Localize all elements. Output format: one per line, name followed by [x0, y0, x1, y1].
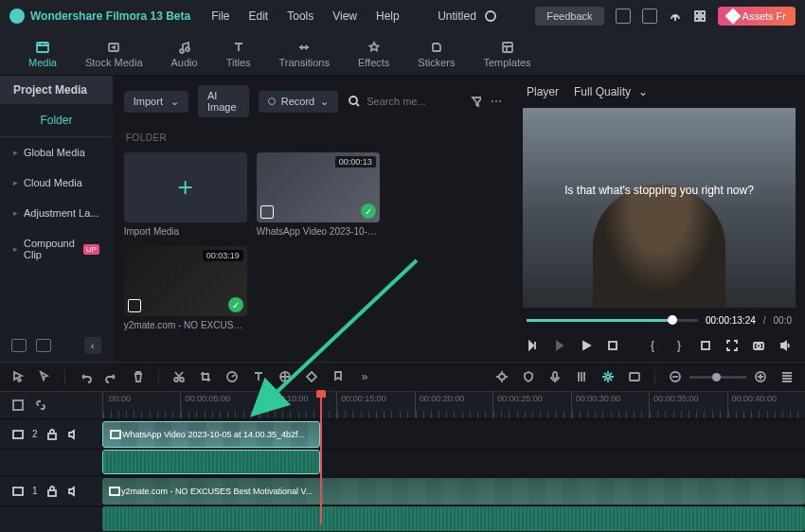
tab-transitions[interactable]: Transitions: [279, 40, 330, 68]
zoom-in-icon[interactable]: [754, 370, 767, 383]
fullscreen-icon[interactable]: [725, 339, 739, 352]
cloud-upload-icon[interactable]: [669, 9, 682, 23]
mute-icon[interactable]: [66, 485, 80, 498]
import-dropdown[interactable]: Import⌄: [124, 91, 188, 113]
undo-icon[interactable]: [79, 370, 92, 383]
preview-viewport[interactable]: Is that what's stopping you right now?: [523, 108, 796, 308]
view-grid-icon[interactable]: [780, 370, 794, 383]
color-icon[interactable]: [278, 370, 292, 383]
sidebar-header[interactable]: Project Media: [0, 76, 113, 104]
import-thumb[interactable]: +: [124, 152, 247, 222]
menu-file[interactable]: File: [211, 9, 229, 23]
highlight-icon[interactable]: [495, 370, 509, 383]
sidebar-item-cloud-media[interactable]: ▸Cloud Media: [0, 168, 113, 198]
filter-icon[interactable]: [471, 95, 481, 108]
progress-handle[interactable]: [668, 315, 677, 325]
tab-stock-media[interactable]: Stock Media: [85, 40, 143, 68]
text-tool-icon[interactable]: [252, 370, 265, 383]
link-icon[interactable]: [34, 399, 47, 412]
collapse-sidebar-button[interactable]: ‹: [84, 337, 101, 354]
track-body[interactable]: [102, 506, 805, 532]
player-tab[interactable]: Player: [527, 85, 559, 98]
track-body[interactable]: [102, 450, 805, 475]
record-dropdown[interactable]: Record⌄: [259, 91, 338, 113]
new-bin-icon[interactable]: [36, 339, 51, 352]
apps-icon[interactable]: [693, 9, 707, 23]
ai-tool-icon[interactable]: [601, 370, 615, 383]
marker-icon[interactable]: [331, 370, 345, 383]
timeline-clip[interactable]: y2mate.com - NO EXCUSES Best Motivationa…: [102, 478, 805, 505]
mute-icon[interactable]: [66, 428, 80, 441]
media-thumb[interactable]: 00:03:19✓: [124, 246, 247, 316]
media-item[interactable]: 00:00:13✓ WhatsApp Video 2023-10-05...: [257, 152, 380, 237]
crop-icon[interactable]: [699, 339, 712, 352]
tab-media[interactable]: Media: [28, 40, 57, 68]
module-tabs: Media Stock Media Audio Titles Transitio…: [0, 32, 805, 76]
folder-tab[interactable]: Folder: [0, 104, 113, 137]
sidebar-bottom: ‹: [0, 329, 113, 362]
play-back-icon[interactable]: [553, 339, 566, 352]
overflow-icon[interactable]: »: [358, 370, 371, 383]
more-icon[interactable]: ⋯: [491, 95, 502, 108]
redo-icon[interactable]: [105, 370, 118, 383]
zoom-handle[interactable]: [712, 373, 721, 381]
track-body[interactable]: y2mate.com - NO EXCUSES Best Motivationa…: [102, 476, 805, 505]
render-icon[interactable]: [628, 370, 641, 383]
audio-clip[interactable]: [102, 506, 805, 531]
sidebar-item-compound[interactable]: ▸Compound ClipUP: [0, 228, 113, 270]
shield-icon[interactable]: [522, 370, 535, 383]
ai-image-button[interactable]: AI Image: [198, 85, 249, 117]
tab-titles[interactable]: Titles: [226, 40, 251, 68]
tab-audio[interactable]: Audio: [171, 40, 198, 68]
tab-templates[interactable]: Templates: [483, 40, 530, 68]
cut-icon[interactable]: [172, 370, 186, 383]
screen-icon[interactable]: [616, 9, 631, 24]
lock-icon[interactable]: [45, 485, 59, 498]
select-tool-icon[interactable]: [38, 370, 51, 383]
track-body[interactable]: WhatsApp Video 2023-10-05 at 14.00.35_4b…: [102, 419, 805, 449]
playhead[interactable]: [320, 392, 322, 524]
quality-dropdown[interactable]: Full Quality⌄: [574, 85, 648, 98]
save-icon[interactable]: [642, 9, 657, 24]
sidebar-item-adjustment[interactable]: ▸Adjustment La...: [0, 198, 113, 228]
menu-help[interactable]: Help: [376, 9, 400, 23]
tab-effects[interactable]: Effects: [358, 40, 389, 68]
search-input[interactable]: [367, 96, 461, 107]
feedback-button[interactable]: Feedback: [535, 7, 603, 26]
mark-in-icon[interactable]: {: [646, 339, 659, 352]
mark-out-icon[interactable]: }: [672, 339, 686, 352]
mixer-icon[interactable]: [575, 370, 588, 383]
sidebar-item-global-media[interactable]: ▸Global Media: [0, 137, 113, 168]
zoom-out-icon[interactable]: [669, 370, 682, 383]
tab-stickers[interactable]: Stickers: [418, 40, 455, 68]
media-thumb[interactable]: 00:00:13✓: [257, 152, 380, 222]
keyframe-icon[interactable]: [305, 370, 318, 383]
new-folder-icon[interactable]: [11, 339, 27, 352]
audio-clip[interactable]: [102, 450, 320, 474]
snapshot-icon[interactable]: [752, 339, 765, 352]
speed-icon[interactable]: [225, 370, 239, 383]
mic-icon[interactable]: [548, 370, 562, 383]
pointer-tool-icon[interactable]: [11, 370, 25, 383]
track-header[interactable]: 2: [0, 419, 102, 449]
track-options-icon[interactable]: [11, 399, 25, 412]
play-icon[interactable]: [580, 339, 593, 352]
delete-icon[interactable]: [132, 370, 145, 383]
menu-tools[interactable]: Tools: [287, 9, 313, 23]
timeline-clip[interactable]: WhatsApp Video 2023-10-05 at 14.00.35_4b…: [102, 421, 320, 448]
search-icon[interactable]: [348, 95, 361, 108]
progress-bar[interactable]: [527, 319, 698, 322]
media-item[interactable]: 00:03:19✓ y2mate.com - NO EXCUSES ...: [124, 246, 247, 330]
media-item-import[interactable]: + Import Media: [124, 152, 247, 237]
track-header[interactable]: 1: [0, 476, 102, 505]
assets-button[interactable]: Assets Fr: [718, 7, 796, 26]
zoom-slider[interactable]: [689, 376, 746, 379]
lock-icon[interactable]: [45, 428, 59, 441]
menu-view[interactable]: View: [332, 9, 357, 23]
time-ruler[interactable]: :00:00 00:00:05:00 00:00:10:00 00:00:15:…: [102, 392, 805, 418]
volume-icon[interactable]: [778, 339, 792, 352]
stop-icon[interactable]: [606, 339, 619, 352]
prev-frame-icon[interactable]: [527, 339, 540, 352]
crop-tool-icon[interactable]: [199, 370, 212, 383]
menu-edit[interactable]: Edit: [249, 9, 269, 23]
